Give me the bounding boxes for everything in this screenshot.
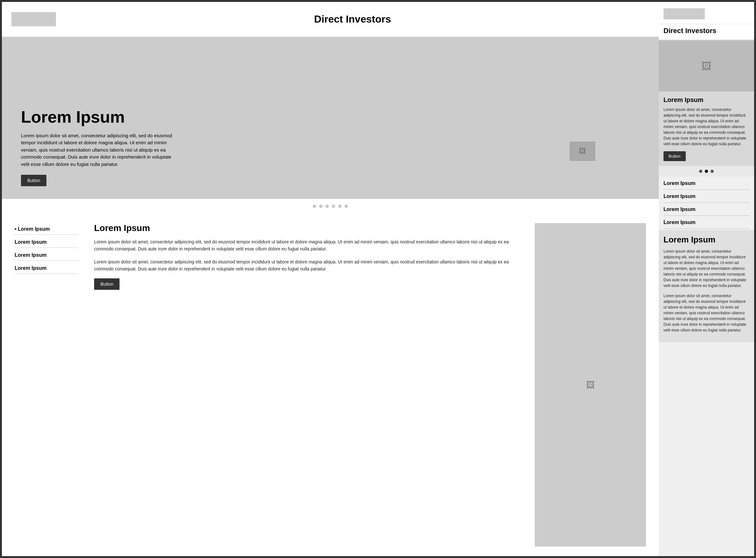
carousel-dot-5[interactable] xyxy=(338,205,341,208)
sidebar-bottom-text-2: Lorem ipsum dolor sit amet, consectetur … xyxy=(663,293,749,333)
carousel-dots xyxy=(2,199,659,213)
sidebar-nav-item-4[interactable]: Lorem Ipsum xyxy=(663,216,749,229)
sidebar: Direct Investors 🖼 Lorem Ipsum Lorem ips… xyxy=(659,2,754,556)
sidebar-bottom: Lorem Ipsum Lorem ipsum dolor sit amet, … xyxy=(659,230,754,342)
bottom-section: Lorem Ipsum Lorem Ipsum Lorem Ipsum Lore… xyxy=(2,213,659,556)
sidebar-carousel-dots xyxy=(659,166,754,177)
left-nav-item-2[interactable]: Lorem Ipsum xyxy=(15,236,78,248)
carousel-dot-3[interactable] xyxy=(325,205,329,208)
middle-button[interactable]: Button xyxy=(94,278,120,290)
hero-content: Lorem Ipsum Lorem ipsum dolor sit amet, … xyxy=(2,98,193,199)
right-image-icon: 🖼 xyxy=(586,380,595,390)
carousel-dot-1[interactable] xyxy=(313,205,316,208)
carousel-dot-2[interactable] xyxy=(319,205,322,208)
sidebar-title: Direct Investors xyxy=(663,27,749,35)
middle-text-2: Lorem ipsum dolor sit amet, consectetur … xyxy=(94,258,519,273)
sidebar-dot-3[interactable] xyxy=(710,170,714,173)
sidebar-bottom-text-1: Lorem ipsum dolor sit amet, consectetur … xyxy=(663,249,749,288)
left-nav-item-4[interactable]: Lorem Ipsum xyxy=(15,262,78,274)
header: Direct Investors xyxy=(2,2,659,37)
hero-text: Lorem ipsum dolor sit amet, consectetur … xyxy=(21,132,174,168)
hero-button[interactable]: Button xyxy=(21,175,46,186)
sidebar-card: 🖼 Lorem Ipsum Lorem ipsum dolor sit amet… xyxy=(659,41,754,166)
left-nav-item-1[interactable]: Lorem Ipsum xyxy=(15,223,78,235)
middle-text-1: Lorem ipsum dolor sit amet, consectetur … xyxy=(94,238,519,253)
logo xyxy=(11,12,56,26)
sidebar-card-body: Lorem Ipsum Lorem ipsum dolor sit amet, … xyxy=(659,92,754,166)
hero-section: Lorem Ipsum Lorem ipsum dolor sit amet, … xyxy=(2,37,659,199)
hero-image-placeholder: 🖼 xyxy=(570,142,595,161)
left-nav: Lorem Ipsum Lorem Ipsum Lorem Ipsum Lore… xyxy=(15,223,78,547)
right-image-placeholder: 🖼 xyxy=(535,223,646,547)
image-icon: 🖼 xyxy=(579,147,586,155)
sidebar-nav-item-3[interactable]: Lorem Ipsum xyxy=(663,203,749,216)
sidebar-card-image: 🖼 xyxy=(659,41,754,92)
sidebar-dot-1[interactable] xyxy=(699,170,702,173)
sidebar-top-button[interactable] xyxy=(663,8,705,19)
sidebar-card-text: Lorem ipsum dolor sit amet, consectetur … xyxy=(663,107,749,147)
hero-title: Lorem Ipsum xyxy=(21,107,174,126)
sidebar-nav-item-1[interactable]: Lorem Ipsum xyxy=(663,177,749,190)
carousel-dot-4[interactable] xyxy=(332,205,335,208)
middle-content: Lorem Ipsum Lorem ipsum dolor sit amet, … xyxy=(88,223,525,547)
sidebar-top xyxy=(659,2,754,24)
sidebar-card-title: Lorem Ipsum xyxy=(663,96,749,104)
sidebar-card-image-icon: 🖼 xyxy=(701,60,711,72)
sidebar-title-area: Direct Investors xyxy=(659,24,754,41)
left-nav-item-3[interactable]: Lorem Ipsum xyxy=(15,249,78,261)
sidebar-card-button[interactable]: Button xyxy=(663,151,686,161)
main-content: Direct Investors Lorem Ipsum Lorem ipsum… xyxy=(2,2,659,556)
sidebar-nav-item-2[interactable]: Lorem Ipsum xyxy=(663,190,749,203)
middle-title: Lorem Ipsum xyxy=(94,223,519,233)
carousel-dot-6[interactable] xyxy=(345,205,348,208)
sidebar-nav: Lorem Ipsum Lorem Ipsum Lorem Ipsum Lore… xyxy=(659,177,754,229)
page-title: Direct Investors xyxy=(56,14,649,25)
sidebar-bottom-title: Lorem Ipsum xyxy=(663,235,749,245)
sidebar-dot-2[interactable] xyxy=(705,170,708,173)
